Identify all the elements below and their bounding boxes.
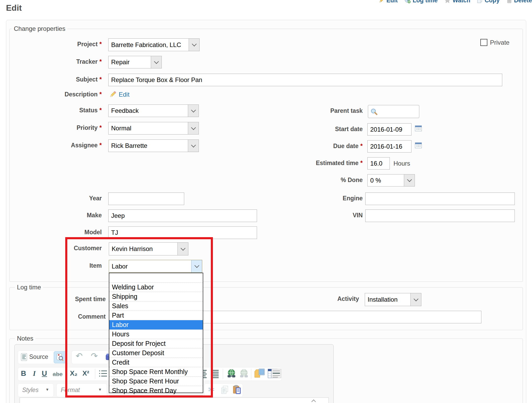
vin-label: VIN bbox=[261, 212, 363, 219]
source-button[interactable]: Source bbox=[29, 353, 48, 360]
start-date-input[interactable] bbox=[367, 123, 411, 136]
format-dropdown[interactable]: Format ▾ bbox=[56, 383, 107, 397]
customer-select[interactable]: Kevin Harrison bbox=[109, 242, 188, 255]
copy-doc-icon[interactable] bbox=[221, 386, 229, 394]
tracker-select[interactable]: Repair bbox=[108, 56, 162, 68]
justify-block-icon[interactable] bbox=[210, 369, 220, 378]
private-label: Private bbox=[490, 39, 510, 46]
change-properties-fieldset bbox=[9, 29, 523, 282]
status-select[interactable]: Feedback bbox=[108, 104, 199, 117]
magnifier-icon bbox=[370, 108, 378, 115]
year-label: Year bbox=[16, 195, 102, 202]
subject-label: Subject* bbox=[16, 76, 102, 83]
clock-plus-icon bbox=[404, 0, 411, 3]
estimated-time-input[interactable] bbox=[367, 157, 390, 170]
vin-input[interactable] bbox=[365, 209, 515, 222]
copy-action[interactable]: Copy bbox=[477, 0, 500, 4]
dropdown-option[interactable]: Shipping bbox=[109, 292, 203, 301]
parent-task-label: Parent task bbox=[261, 107, 363, 114]
dropdown-option[interactable]: Labor bbox=[109, 320, 203, 330]
notes-textarea[interactable] bbox=[20, 398, 329, 403]
calendar-icon[interactable] bbox=[415, 125, 422, 131]
issue-edit-page: Edit Log time Watch Copy Delete Edit Cha… bbox=[0, 0, 532, 403]
delete-action[interactable]: Delete bbox=[506, 0, 532, 4]
edit-action-label: Edit bbox=[386, 0, 398, 4]
chevron-down-icon bbox=[177, 243, 188, 255]
scroll-up-icon[interactable] bbox=[312, 398, 315, 403]
estimated-time-label: Estimated time* bbox=[261, 160, 363, 167]
numbered-list-icon[interactable] bbox=[99, 369, 107, 378]
priority-select[interactable]: Normal bbox=[108, 122, 199, 135]
copy-action-label: Copy bbox=[485, 0, 500, 4]
description-edit-link[interactable]: Edit bbox=[119, 91, 129, 98]
dropdown-option[interactable]: Credit bbox=[109, 358, 203, 367]
image-icon[interactable] bbox=[254, 368, 266, 379]
priority-label: Priority* bbox=[16, 124, 102, 131]
dropdown-option[interactable]: Shop Space Rent Monthly bbox=[109, 367, 203, 377]
dropdown-option[interactable]: Customer Deposit bbox=[109, 348, 203, 358]
model-input[interactable] bbox=[108, 226, 257, 239]
underline-button[interactable]: U bbox=[42, 369, 47, 378]
horizontal-rule-icon[interactable] bbox=[271, 369, 281, 378]
make-label: Make bbox=[16, 212, 102, 219]
dropdown-option[interactable]: Hours bbox=[109, 330, 203, 339]
item-label: Item bbox=[16, 262, 102, 269]
make-input[interactable] bbox=[108, 209, 257, 222]
dropdown-option[interactable]: Welding Labor bbox=[109, 283, 203, 292]
watch-action[interactable]: Watch bbox=[444, 0, 470, 4]
done-ratio-select[interactable]: 0 % bbox=[367, 174, 415, 186]
dropdown-option[interactable]: Shop Space Rent Day bbox=[109, 386, 203, 395]
redo-icon[interactable]: ↷ bbox=[91, 351, 98, 361]
chevron-down-icon bbox=[191, 260, 202, 272]
due-date-input[interactable] bbox=[367, 140, 411, 153]
dropdown-option[interactable] bbox=[109, 273, 203, 283]
dropdown-option[interactable]: Shop Space Rent Hour bbox=[109, 377, 203, 386]
status-label: Status* bbox=[16, 107, 102, 114]
styles-dropdown[interactable]: Styles ▾ bbox=[18, 383, 54, 397]
chevron-down-icon bbox=[188, 105, 199, 117]
calendar-icon[interactable] bbox=[415, 142, 422, 148]
engine-input[interactable] bbox=[365, 192, 515, 205]
year-input[interactable] bbox=[108, 192, 184, 205]
superscript-button[interactable]: X² bbox=[82, 369, 89, 377]
strikethrough-button[interactable]: ab﻿e bbox=[53, 371, 63, 378]
assignee-select[interactable]: Rick Barrette bbox=[108, 139, 199, 152]
paste-icon[interactable] bbox=[233, 385, 241, 394]
activity-select[interactable]: Installation bbox=[365, 293, 421, 306]
italic-button[interactable]: I bbox=[33, 369, 36, 378]
estimated-time-unit: Hours bbox=[393, 160, 410, 167]
change-properties-legend: Change properties bbox=[12, 25, 67, 32]
subscript-button[interactable]: X₂ bbox=[70, 369, 77, 377]
engine-label: Engine bbox=[261, 195, 363, 202]
edit-action[interactable]: Edit bbox=[379, 0, 398, 4]
bold-button[interactable]: B bbox=[21, 369, 26, 378]
star-icon bbox=[444, 0, 451, 3]
tracker-label: Tracker* bbox=[16, 58, 102, 65]
subject-input[interactable] bbox=[108, 74, 502, 86]
page-title: Edit bbox=[6, 3, 22, 13]
dropdown-option[interactable]: Part bbox=[109, 311, 203, 320]
notes-legend: Notes bbox=[15, 335, 35, 342]
undo-icon[interactable]: ↶ bbox=[76, 351, 83, 361]
project-select[interactable]: Barrette Fabrication, LLC bbox=[108, 38, 200, 51]
pencil-icon bbox=[109, 91, 116, 98]
log-time-fieldset bbox=[9, 287, 523, 330]
chevron-down-icon bbox=[410, 293, 421, 306]
log-time-action-label: Log time bbox=[413, 0, 438, 4]
cut-icon[interactable]: ✂ bbox=[208, 385, 215, 394]
format-dropdown-label: Format bbox=[61, 387, 80, 394]
dropdown-option[interactable]: Sales bbox=[109, 301, 203, 311]
item-select[interactable]: Labor bbox=[109, 260, 202, 273]
log-time-legend: Log time bbox=[15, 284, 43, 291]
log-time-action[interactable]: Log time bbox=[404, 0, 438, 4]
preview-button[interactable] bbox=[54, 351, 66, 363]
delete-action-label: Delete bbox=[514, 0, 532, 4]
unlink-icon[interactable] bbox=[238, 368, 249, 379]
dropdown-option[interactable]: Deposit for Project bbox=[109, 339, 203, 348]
chevron-down-icon: ▾ bbox=[99, 387, 101, 392]
assignee-label: Assignee* bbox=[16, 142, 102, 149]
link-icon[interactable] bbox=[226, 368, 237, 379]
pencil-icon bbox=[379, 0, 385, 3]
private-checkbox[interactable] bbox=[480, 39, 487, 46]
model-label: Model bbox=[16, 229, 102, 236]
